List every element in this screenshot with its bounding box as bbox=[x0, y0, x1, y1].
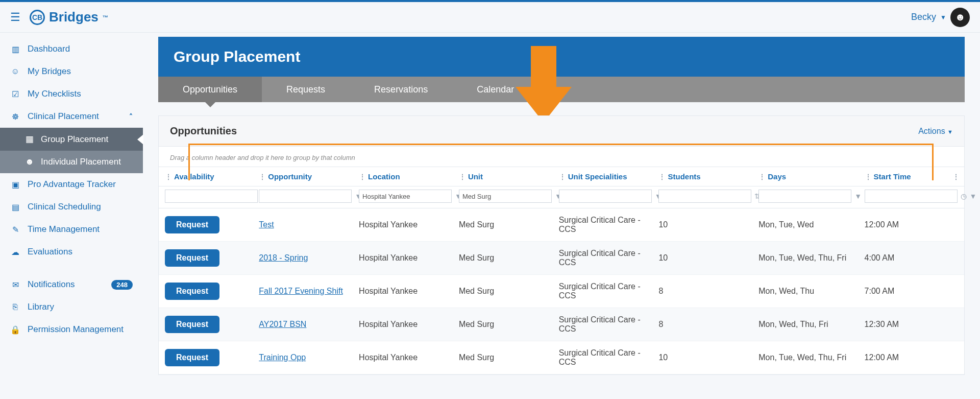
page-title: Group Placement bbox=[174, 48, 949, 65]
sidebar-item-label: Pro Advantage Tracker bbox=[28, 179, 116, 190]
drag-handle-icon[interactable]: ⋮ bbox=[559, 173, 566, 181]
user-name: Becky bbox=[911, 12, 936, 22]
sidebar-item-label: Permission Management bbox=[28, 324, 124, 335]
sidebar-item-time-management[interactable]: ✎ Time Management bbox=[0, 218, 143, 241]
sidebar-item-notifications[interactable]: ✉ Notifications 248 bbox=[0, 273, 143, 296]
sidebar-item-clinical-scheduling[interactable]: ▤ Clinical Scheduling bbox=[0, 196, 143, 218]
opportunity-link[interactable]: AY2017 BSN bbox=[259, 320, 306, 328]
filter-location[interactable] bbox=[359, 190, 452, 203]
notification-badge: 248 bbox=[111, 280, 133, 290]
drag-handle-icon[interactable]: ⋮ bbox=[459, 173, 466, 181]
cell-location: Hospital Yankee bbox=[353, 275, 453, 308]
table-row: Request AY2017 BSN Hospital Yankee Med S… bbox=[159, 308, 964, 341]
person-icon: ☻ bbox=[24, 157, 35, 167]
chevron-up-icon: ˄ bbox=[129, 112, 133, 121]
sidebar-item-evaluations[interactable]: ☁ Evaluations bbox=[0, 241, 143, 263]
cell-location: Hospital Yankee bbox=[353, 341, 453, 374]
sidebar-item-permission-management[interactable]: 🔒 Permission Management bbox=[0, 318, 143, 341]
copy-icon: ⎘ bbox=[10, 302, 20, 312]
clock-icon[interactable]: ◷ bbox=[961, 192, 967, 200]
filter-unit[interactable] bbox=[459, 190, 552, 203]
tab-calendar[interactable]: Calendar bbox=[452, 77, 538, 102]
column-header-opportunity[interactable]: ⋮Opportunity bbox=[253, 167, 353, 186]
opportunity-link[interactable]: Training Opp bbox=[259, 353, 306, 362]
request-button[interactable]: Request bbox=[165, 349, 219, 366]
sidebar-item-label: Time Management bbox=[28, 224, 100, 234]
cell-unit: Med Surg bbox=[453, 341, 553, 374]
table-row: Request Training Opp Hospital Yankee Med… bbox=[159, 341, 964, 374]
sidebar-item-label: Library bbox=[28, 302, 54, 312]
sidebar-subitem-individual-placement[interactable]: ☻ Individual Placement bbox=[0, 151, 143, 173]
table-row: Request Test Hospital Yankee Med Surg Su… bbox=[159, 208, 964, 242]
opportunity-link[interactable]: Test bbox=[259, 220, 274, 229]
filter-icon[interactable]: ▼ bbox=[970, 192, 977, 200]
drag-handle-icon[interactable]: ⋮ bbox=[165, 173, 172, 181]
filter-opportunity[interactable] bbox=[259, 190, 352, 203]
sidebar-item-label: Group Placement bbox=[41, 134, 108, 145]
brand-logo-icon: CB bbox=[30, 10, 45, 25]
cell-unit: Med Surg bbox=[453, 308, 553, 341]
opportunity-link[interactable]: Fall 2017 Evening Shift bbox=[259, 287, 343, 295]
cell-unit-specialities: Surgical Critical Care - CCS bbox=[553, 242, 653, 275]
request-button[interactable]: Request bbox=[165, 216, 219, 233]
sidebar-item-my-bridges[interactable]: ☺ My Bridges bbox=[0, 60, 143, 83]
request-button[interactable]: Request bbox=[165, 283, 219, 300]
cell-location: Hospital Yankee bbox=[353, 208, 453, 242]
sidebar-item-label: My Bridges bbox=[28, 66, 71, 77]
filter-students[interactable] bbox=[658, 190, 751, 203]
sidebar-item-clinical-placement[interactable]: ☸ Clinical Placement ˄ bbox=[0, 105, 143, 128]
actions-menu[interactable]: Actions ▼ bbox=[918, 127, 953, 136]
column-header-unit-specialities[interactable]: ⋮Unit Specialities bbox=[553, 167, 653, 186]
drag-handle-icon[interactable]: ⋮ bbox=[865, 173, 872, 181]
cell-location: Hospital Yankee bbox=[353, 308, 453, 341]
column-header-availability[interactable]: ⋮Availability bbox=[159, 167, 253, 186]
cell-students: 8 bbox=[652, 275, 752, 308]
filter-icon[interactable]: ▼ bbox=[854, 192, 862, 200]
opportunities-table: ⋮Availability⋮Opportunity⋮Location⋮Unit⋮… bbox=[159, 167, 964, 374]
hamburger-icon[interactable]: ☰ bbox=[10, 11, 20, 24]
column-header-location[interactable]: ⋮Location bbox=[353, 167, 453, 186]
cell-days: Mon, Tue, Wed, Thu, Fri bbox=[752, 242, 858, 275]
edit-icon: ✎ bbox=[10, 225, 20, 234]
request-button[interactable]: Request bbox=[165, 316, 219, 333]
sidebar-item-my-checklists[interactable]: ☑ My Checklists bbox=[0, 83, 143, 105]
column-header-more[interactable]: ⋮ bbox=[946, 167, 964, 186]
tab-requests[interactable]: Requests bbox=[262, 77, 350, 102]
column-header-unit[interactable]: ⋮Unit bbox=[453, 167, 553, 186]
cell-unit-specialities: Surgical Critical Care - CCS bbox=[553, 341, 653, 374]
drag-handle-icon: ⋮ bbox=[952, 173, 960, 181]
filter-days[interactable] bbox=[758, 190, 851, 203]
column-header-students[interactable]: ⋮Students bbox=[652, 167, 752, 186]
cell-unit: Med Surg bbox=[453, 275, 553, 308]
request-button[interactable]: Request bbox=[165, 249, 219, 267]
cell-start-time: 4:00 AM bbox=[859, 242, 947, 275]
sidebar-subitem-group-placement[interactable]: ▦ Group Placement bbox=[0, 128, 143, 151]
column-header-start-time[interactable]: ⋮Start Time bbox=[859, 167, 947, 186]
column-header-days[interactable]: ⋮Days bbox=[752, 167, 858, 186]
drag-handle-icon[interactable]: ⋮ bbox=[658, 173, 666, 181]
sidebar-item-dashboard[interactable]: ▥ Dashboard bbox=[0, 38, 143, 60]
drag-handle-icon[interactable]: ⋮ bbox=[758, 173, 766, 181]
brand-name: Bridges bbox=[49, 9, 99, 25]
envelope-icon: ✉ bbox=[10, 280, 20, 290]
sidebar-item-label: Individual Placement bbox=[41, 157, 121, 167]
chevron-down-icon: ▼ bbox=[940, 14, 946, 21]
filter-availability[interactable] bbox=[165, 190, 258, 203]
drag-handle-icon[interactable]: ⋮ bbox=[259, 173, 266, 181]
brand-logo[interactable]: CB Bridges™ bbox=[30, 9, 108, 25]
filter-start-time[interactable] bbox=[865, 190, 958, 203]
cell-students: 10 bbox=[652, 208, 752, 242]
sidebar-item-library[interactable]: ⎘ Library bbox=[0, 296, 143, 318]
tab-opportunities[interactable]: Opportunities bbox=[158, 77, 262, 102]
tab-reservations[interactable]: Reservations bbox=[350, 77, 452, 102]
sidebar-item-pro-advantage-tracker[interactable]: ▣ Pro Advantage Tracker bbox=[0, 173, 143, 196]
sidebar-item-label: Clinical Scheduling bbox=[28, 202, 101, 212]
user-menu[interactable]: Becky ▼ ☻ bbox=[911, 8, 970, 27]
cell-start-time: 12:00 AM bbox=[859, 341, 947, 374]
opportunity-link[interactable]: 2018 - Spring bbox=[259, 253, 308, 262]
cell-start-time: 12:30 AM bbox=[859, 308, 947, 341]
group-by-hint[interactable]: Drag a column header and drop it here to… bbox=[159, 147, 964, 167]
drag-handle-icon[interactable]: ⋮ bbox=[359, 173, 366, 181]
lock-icon: 🔒 bbox=[10, 325, 20, 335]
filter-unit-specialities[interactable] bbox=[559, 190, 652, 203]
